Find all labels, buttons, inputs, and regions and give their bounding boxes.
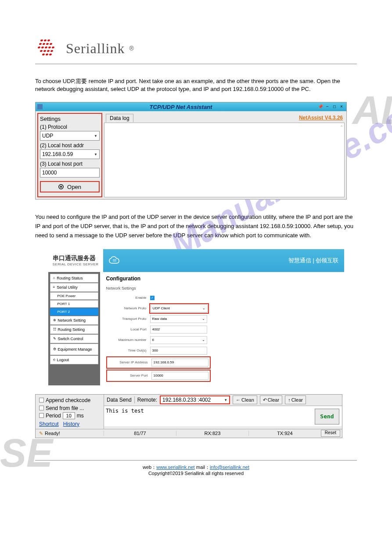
data-send-label: Data Send [107,397,132,403]
svg-point-12 [40,50,43,52]
period-checkbox[interactable] [39,413,44,418]
pin-icon[interactable]: 📌 [317,104,324,109]
mid-paragraph: You need to configure the IP and port of… [35,213,357,240]
datalog-tab[interactable]: Data log [106,114,133,122]
version-link[interactable]: NetAssist V4.3.26 [299,115,343,121]
remote-select[interactable]: 192.168.0.233 :4002▼ [160,395,230,404]
settings-heading: Settings [40,116,100,122]
append-checkcode-checkbox[interactable] [39,398,44,403]
svg-point-13 [43,50,46,52]
footer-mail-label: mail： [195,464,210,470]
shortcut-link[interactable]: Shortcut [39,421,59,427]
registered-mark: ® [129,45,133,52]
scroll-up-icon: ⌃ [340,125,343,130]
enable-label: Enable [106,296,150,300]
nav-logout[interactable]: ⎋Logout [50,355,98,364]
send-from-file-checkbox[interactable] [39,406,44,410]
server-ip-label: Server IP Address [108,360,151,364]
period-label: Period [46,413,61,419]
clear-icon: ↑ [288,397,291,403]
close-button[interactable]: × [338,104,345,109]
app-icon [37,104,43,109]
clean-button[interactable]: ←Clean [233,395,257,404]
host-addr-label: (2) Local host addr [40,142,100,149]
screenshot-net-assistant: TCP/UDP Net Assistant 📌 − □ × Settings (… [35,102,347,200]
svg-point-17 [45,53,48,56]
send-textarea[interactable]: This is test Send [104,406,342,426]
protocol-label: (1) Protocol [40,124,100,130]
period-input[interactable] [63,412,75,419]
nav-routing-setting[interactable]: ☷Routing Setting [50,325,98,334]
chevron-down-icon: ▼ [94,134,97,138]
intro-paragraph: To choose UDP,需要 remote IP and port. Nex… [35,77,357,93]
send-button[interactable]: Send [315,409,339,424]
send-toolbar: Data Send Remote: 192.168.0.233 :4002▼ ←… [104,395,342,406]
local-port-label: Local Port [106,327,150,331]
footer-copyright: Copyright©2019 Seriallink all rights res… [35,471,357,476]
nav-poe-power[interactable]: POE Power [50,292,98,300]
nav-port2[interactable]: PORT 2 [50,308,98,316]
datalog-textarea[interactable]: ⌃ [104,123,345,197]
logo-english: SERIAL DEVICE SERVER [53,262,99,266]
ready-label: Ready! [45,431,60,436]
watermark-right: AL [352,88,392,133]
host-addr-select[interactable]: 192.168.0.59▼ [40,149,100,159]
maximize-button[interactable]: □ [331,104,338,109]
transport-proto-select[interactable]: Raw data⌄ [150,315,207,323]
clear-button-2[interactable]: ↑Clear [285,395,306,404]
local-port-input[interactable]: 4002 [150,326,207,334]
minimize-button[interactable]: − [324,104,331,109]
clear-button-1[interactable]: ↶Clear [260,395,282,404]
host-port-input[interactable]: 10000 [40,168,100,178]
period-unit: ms [77,413,84,419]
network-proto-label: Network Proto [106,306,150,310]
svg-point-16 [42,53,45,56]
append-checkcode-label: Append checkcode [46,397,90,403]
nav-routing-status[interactable]: ⌂Routing Status [50,274,98,283]
server-ip-input[interactable]: 192.168.0.59 [151,359,209,366]
svg-point-5 [46,43,49,45]
network-proto-select[interactable]: UDP Client⌄ [151,305,208,312]
nav-network-setting[interactable]: ⊕Network Setting [50,316,98,325]
host-port-label: (3) Local host port [40,161,100,167]
max-number-select[interactable]: 6⌄ [150,336,207,344]
open-button[interactable]: Open [40,181,100,192]
logo-area: 串口通讯服务器 SERIAL DEVICE SERVER [48,249,103,272]
sidebar: ⌂Routing Status ≡Serial Utility POE Powe… [48,272,100,385]
nav-equipment-manage[interactable]: ⚙Equipment Manage [50,344,98,355]
arrow-left-icon: ← [236,397,241,403]
max-number-label: Maximum number [106,338,150,342]
footer-email-link[interactable]: info@seriallink.net [210,464,249,470]
reset-button[interactable]: Reset [321,430,340,437]
svg-point-2 [47,39,50,42]
nav-serial-utility[interactable]: ≡Serial Utility [50,283,98,292]
timeout-label: Time Out(s) [106,348,150,352]
network-settings-heading: Network Settings [106,286,338,290]
home-icon: ⌂ [53,276,55,280]
header-tagline: 智慧通信 | 创领互联 [288,257,339,265]
nav-switch-control[interactable]: ✎Switch Control [50,334,98,343]
nav-port1[interactable]: PORT 1 [50,300,98,308]
svg-point-18 [49,53,52,56]
status-counter: 81/77 [104,431,176,436]
footer-web-link[interactable]: www.seriallink.net [156,464,194,470]
chevron-down-icon: ⌄ [202,306,205,310]
gear-icon: ⚙ [53,347,56,351]
svg-point-8 [41,46,44,49]
svg-point-14 [47,50,50,52]
screenshot-device-server: 串口通讯服务器 SERIAL DEVICE SERVER 智慧通信 | 创领互联… [48,249,344,385]
history-link[interactable]: History [63,421,79,427]
page-footer: web：www.seriallink.net mail：info@seriall… [35,460,357,476]
list-icon: ≡ [53,285,55,289]
settings-panel: Settings (1) Protocol UDP▼ (2) Local hos… [37,113,102,197]
enable-checkbox[interactable]: ✓ [150,296,155,300]
config-content: Configuration Network Settings Enable✓ N… [100,272,344,385]
protocol-select[interactable]: UDP▼ [40,131,100,141]
clear-icon: ↶ [263,397,267,403]
server-port-input[interactable]: 10000 [151,372,209,380]
config-title: Configuration [106,276,338,282]
chevron-down-icon: ⌄ [202,317,205,321]
window-titlebar: TCP/UDP Net Assistant 📌 − □ × [36,102,346,111]
timeout-input[interactable]: 300 [150,347,207,355]
cloud-icon [108,255,122,266]
